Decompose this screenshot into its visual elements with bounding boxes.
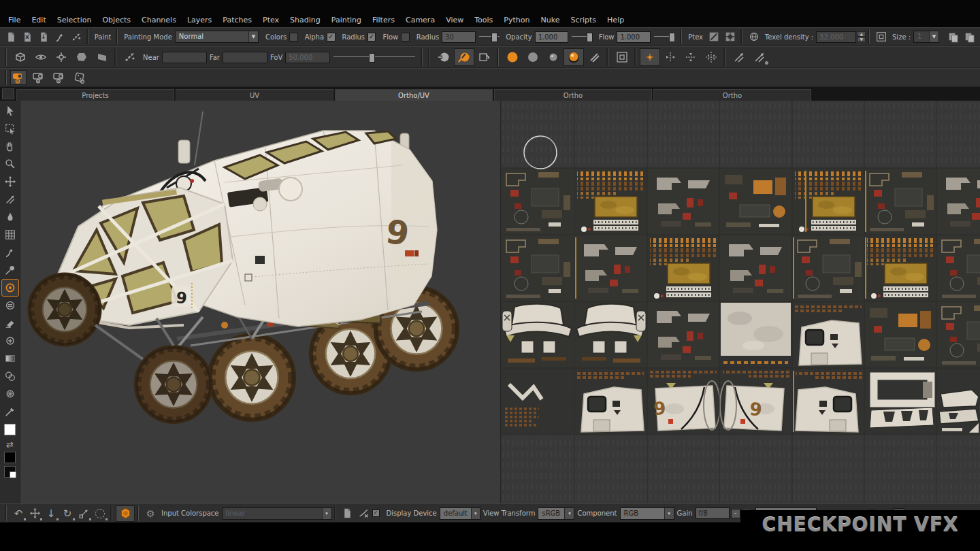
transform-tool-icon[interactable]	[1, 190, 19, 208]
near-input[interactable]	[162, 52, 207, 63]
fov-slider[interactable]	[333, 52, 415, 62]
paint-through-icon[interactable]	[1, 367, 19, 385]
opacity-slider[interactable]	[572, 32, 592, 41]
scale-icon[interactable]	[76, 506, 92, 521]
reset-colors-swatch[interactable]	[1, 464, 19, 479]
flow-slider[interactable]	[654, 32, 674, 41]
brush-head-icon[interactable]	[434, 48, 454, 66]
brush-tip-small-icon[interactable]	[543, 48, 564, 66]
brush-head-active-icon[interactable]	[454, 48, 474, 66]
flow-checkbox[interactable]: ✓	[401, 33, 409, 41]
paint-buffer-icon[interactable]	[612, 48, 632, 66]
import-icon[interactable]: ↓	[35, 29, 52, 44]
projection-front-icon[interactable]	[31, 70, 47, 85]
size-dropdown[interactable]: 1 ▼	[913, 31, 939, 43]
menu-item[interactable]: Ptex	[257, 13, 284, 27]
paste-channel-icon[interactable]	[961, 29, 977, 44]
undo-brush-icon[interactable]	[52, 29, 68, 44]
color-picker-icon[interactable]	[1, 403, 19, 420]
texel-density-input[interactable]: 32.000	[816, 31, 856, 43]
menu-item[interactable]: Python	[498, 13, 535, 27]
menu-item[interactable]: Channels	[136, 13, 182, 27]
viewport-tab[interactable]: UV	[176, 89, 333, 101]
copy-channel-icon[interactable]	[945, 29, 961, 44]
viewport-tab[interactable]: Projects	[16, 89, 174, 101]
view-options-checkbox[interactable]: ✓	[372, 510, 380, 517]
foreground-color-swatch[interactable]	[1, 420, 19, 438]
menu-item[interactable]: Objects	[97, 13, 136, 27]
fov-input[interactable]: 50.000	[285, 52, 330, 63]
pin-tool-icon[interactable]	[1, 261, 19, 279]
menu-item[interactable]: Scripts	[565, 13, 602, 27]
tab-corner-button[interactable]	[2, 88, 14, 99]
background-color-swatch[interactable]	[1, 450, 19, 464]
move-tool-icon[interactable]	[1, 173, 19, 190]
menu-item[interactable]: Selection	[52, 13, 97, 27]
menu-item[interactable]: Tools	[469, 13, 498, 27]
perspective-cube-icon[interactable]	[10, 48, 31, 66]
menu-item[interactable]: Painting	[326, 13, 367, 27]
pan-hand-icon[interactable]	[1, 137, 19, 155]
projection-random-icon[interactable]	[71, 70, 88, 85]
close-project-icon[interactable]: x	[19, 29, 35, 44]
menu-item[interactable]: Nuke	[536, 13, 566, 27]
flow-input[interactable]: 1.000	[617, 31, 651, 43]
uv-ortho-viewport[interactable]: 9 9	[500, 101, 980, 503]
painting-mode-dropdown[interactable]: Normal ▼	[175, 31, 259, 43]
radius-slider[interactable]	[479, 32, 500, 41]
shade-smooth-icon[interactable]	[92, 48, 112, 66]
export-image-icon[interactable]	[340, 506, 356, 521]
zoom-magnifier-icon[interactable]	[1, 155, 19, 173]
opacity-input[interactable]: 1.000	[535, 31, 569, 43]
menu-item[interactable]: Filters	[367, 13, 400, 27]
brush-stroke-icon[interactable]	[584, 48, 604, 66]
radius-input[interactable]: 30	[442, 31, 476, 43]
look-through-icon[interactable]	[31, 48, 51, 66]
viewport-tab[interactable]: Ortho/UV	[335, 89, 493, 101]
warp-grid-icon[interactable]	[1, 226, 19, 244]
ptex-brush-icon[interactable]	[706, 29, 722, 44]
menu-item[interactable]: View	[440, 13, 469, 27]
alpha-checkbox[interactable]: ✓	[327, 33, 335, 41]
mirror-vertical-icon[interactable]	[660, 48, 681, 66]
lasso-icon[interactable]	[92, 506, 108, 521]
select-cursor-icon[interactable]	[1, 102, 19, 120]
mirror-horizontal-icon[interactable]	[681, 48, 701, 66]
viewport-tab[interactable]: Ortho	[494, 89, 652, 101]
projection-through-icon[interactable]	[51, 70, 67, 85]
rotate-icon[interactable]: ↻	[59, 506, 76, 521]
mirror-both-icon[interactable]	[701, 48, 721, 66]
focus-target-icon[interactable]	[51, 48, 71, 66]
gradient-tool-icon[interactable]	[1, 350, 19, 367]
eraser-tool-icon[interactable]	[1, 314, 19, 332]
brush-tip-hard-icon[interactable]	[502, 48, 523, 66]
menu-item[interactable]: Camera	[400, 13, 440, 27]
3d-viewport[interactable]: 9 9	[20, 101, 500, 503]
swap-colors-icon[interactable]: ⇄	[1, 438, 19, 450]
transfer-paint-alt-icon[interactable]	[749, 48, 770, 66]
marquee-select-icon[interactable]	[1, 120, 19, 137]
input-colorspace-dropdown[interactable]: linear ▾	[222, 507, 332, 520]
menu-item[interactable]: Patches	[217, 13, 257, 27]
slerp-tool-icon[interactable]	[1, 297, 19, 314]
viewport-tab[interactable]: Ortho	[653, 89, 811, 101]
blur-tool-icon[interactable]	[1, 385, 19, 403]
smear-tool-icon[interactable]	[1, 244, 19, 261]
menu-item[interactable]: Edit	[26, 13, 51, 27]
brush-tip-active-icon[interactable]	[564, 48, 584, 66]
menu-item[interactable]: File	[3, 13, 26, 27]
color-managed-toggle-icon[interactable]	[116, 505, 135, 522]
transfer-paint-icon[interactable]	[729, 48, 749, 66]
menu-item[interactable]: Layers	[182, 13, 217, 27]
undo-icon[interactable]: ↶	[10, 506, 27, 521]
gain-fstop-input[interactable]: f/8	[696, 507, 730, 519]
display-device-dropdown[interactable]: default ▾	[440, 507, 480, 520]
component-dropdown[interactable]: RGB ▾	[620, 507, 674, 520]
new-project-icon[interactable]	[3, 29, 19, 44]
ptex-subdivide-icon[interactable]	[722, 29, 738, 44]
view-transform-dropdown[interactable]: sRGB ▾	[538, 507, 574, 520]
colors-checkbox[interactable]: ✓	[289, 33, 297, 41]
clone-stamp-icon[interactable]	[1, 332, 19, 350]
projection-on-icon[interactable]	[10, 70, 27, 85]
blur-droplet-icon[interactable]	[1, 208, 19, 226]
